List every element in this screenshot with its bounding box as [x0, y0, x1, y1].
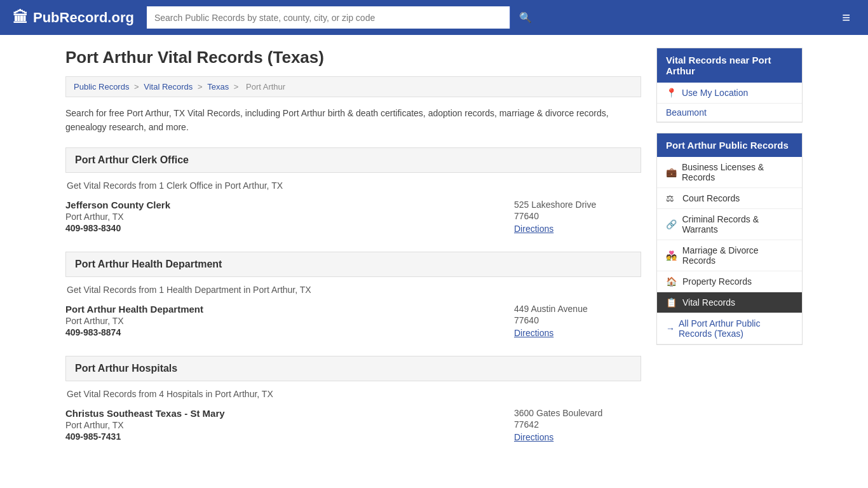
record-left: Jefferson County Clerk Port Arthur, TX 4… — [65, 200, 170, 234]
record-phone: 409-985-7431 — [65, 431, 225, 442]
page-container: Port Arthur Vital Records (Texas) Public… — [53, 35, 815, 473]
page-title: Port Arthur Vital Records (Texas) — [65, 48, 641, 67]
sidebar-item-marriage-divorce[interactable]: 💑 Marriage & Divorce Records — [657, 240, 802, 271]
record-address: 449 Austin Avenue — [514, 304, 641, 314]
record-left: Christus Southeast Texas - St Mary Port … — [65, 408, 225, 442]
breadcrumb-texas[interactable]: Texas — [207, 82, 229, 92]
criminal-icon: 🔗 — [666, 219, 677, 229]
sidebar-item-criminal-records[interactable]: 🔗 Criminal Records & Warrants — [657, 209, 802, 240]
sidebar-item-label: Marriage & Divorce Records — [682, 245, 793, 266]
intro-text: Search for free Port Arthur, TX Vital Re… — [65, 106, 641, 135]
table-row: Port Arthur Health Department Port Arthu… — [65, 304, 641, 343]
arrow-icon: → — [666, 323, 675, 334]
health-department-description: Get Vital Records from 1 Health Departme… — [65, 285, 641, 295]
record-name: Port Arthur Health Department — [65, 304, 203, 315]
clerk-office-header: Port Arthur Clerk Office — [65, 147, 641, 173]
sidebar-nearby-title: Vital Records near Port Arthur — [657, 48, 802, 83]
use-my-location-label: Use My Location — [682, 88, 748, 98]
court-icon: ⚖ — [666, 193, 677, 203]
record-city: Port Arthur, TX — [65, 212, 170, 222]
breadcrumb-vital-records[interactable]: Vital Records — [144, 82, 193, 92]
sidebar-item-label: Criminal Records & Warrants — [682, 214, 793, 234]
record-right: 3600 Gates Boulevard 77642 Directions — [514, 408, 641, 442]
record-zip: 77640 — [514, 211, 641, 221]
sidebar-item-property-records[interactable]: 🏠 Property Records — [657, 271, 802, 292]
breadcrumb-sep-2: > — [198, 82, 205, 92]
record-left: Port Arthur Health Department Port Arthu… — [65, 304, 203, 338]
record-city: Port Arthur, TX — [65, 316, 203, 326]
table-row: Jefferson County Clerk Port Arthur, TX 4… — [65, 200, 641, 239]
location-icon: 📍 — [666, 88, 677, 98]
directions-link[interactable]: Directions — [514, 224, 553, 234]
search-button[interactable]: 🔍 — [510, 6, 541, 29]
hospitals-description: Get Vital Records from 4 Hospitals in Po… — [65, 389, 641, 399]
property-icon: 🏠 — [666, 276, 677, 287]
sidebar-use-my-location[interactable]: 📍 Use My Location — [657, 83, 802, 104]
search-bar: 🔍 — [147, 6, 541, 29]
search-input[interactable] — [147, 6, 510, 29]
business-icon: 💼 — [666, 167, 677, 177]
health-department-header: Port Arthur Health Department — [65, 252, 641, 277]
site-logo[interactable]: 🏛 PubRecord.org — [13, 9, 134, 27]
sidebar-item-label: Vital Records — [682, 297, 735, 308]
table-row: Christus Southeast Texas - St Mary Port … — [65, 408, 641, 447]
hospitals-header: Port Arthur Hospitals — [65, 356, 641, 381]
main-content: Port Arthur Vital Records (Texas) Public… — [65, 48, 641, 460]
all-records-label: All Port Arthur Public Records (Texas) — [679, 318, 793, 339]
marriage-icon: 💑 — [666, 250, 677, 261]
record-name: Christus Southeast Texas - St Mary — [65, 408, 225, 419]
record-zip: 77642 — [514, 419, 641, 430]
sidebar-public-records-section: Port Arthur Public Records 💼 Business Li… — [656, 133, 803, 345]
sidebar-item-label: Court Records — [682, 193, 740, 203]
breadcrumb: Public Records > Vital Records > Texas >… — [65, 76, 641, 97]
site-header: 🏛 PubRecord.org 🔍 ≡ — [0, 0, 868, 35]
record-zip: 77640 — [514, 315, 641, 325]
sidebar-item-label: Business Licenses & Records — [682, 162, 793, 182]
sidebar: Vital Records near Port Arthur 📍 Use My … — [656, 48, 803, 460]
sidebar-nearby-beaumont[interactable]: Beaumont — [657, 104, 802, 122]
directions-link[interactable]: Directions — [514, 432, 553, 442]
sidebar-item-vital-records[interactable]: 📋 Vital Records — [657, 292, 802, 313]
record-phone: 409-983-8340 — [65, 223, 170, 233]
hospitals-section: Port Arthur Hospitals Get Vital Records … — [65, 356, 641, 447]
clerk-office-section: Port Arthur Clerk Office Get Vital Recor… — [65, 147, 641, 239]
sidebar-item-label: Property Records — [682, 276, 752, 287]
sidebar-nearby-section: Vital Records near Port Arthur 📍 Use My … — [656, 48, 803, 123]
sidebar-all-records[interactable]: → All Port Arthur Public Records (Texas) — [657, 313, 802, 344]
breadcrumb-sep-3: > — [234, 82, 241, 92]
breadcrumb-port-arthur: Port Arthur — [246, 82, 285, 92]
record-address: 3600 Gates Boulevard — [514, 408, 641, 418]
menu-button[interactable]: ≡ — [837, 7, 855, 29]
breadcrumb-sep-1: > — [134, 82, 141, 92]
directions-link[interactable]: Directions — [514, 328, 553, 338]
sidebar-item-court-records[interactable]: ⚖ Court Records — [657, 188, 802, 209]
sidebar-item-business-licenses[interactable]: 💼 Business Licenses & Records — [657, 157, 802, 188]
record-phone: 409-983-8874 — [65, 327, 203, 337]
record-address: 525 Lakeshore Drive — [514, 200, 641, 210]
record-city: Port Arthur, TX — [65, 420, 225, 430]
record-right: 449 Austin Avenue 77640 Directions — [514, 304, 641, 338]
sidebar-public-title: Port Arthur Public Records — [657, 133, 802, 157]
logo-icon: 🏛 — [13, 9, 28, 27]
clerk-office-description: Get Vital Records from 1 Clerk Office in… — [65, 180, 641, 191]
health-department-section: Port Arthur Health Department Get Vital … — [65, 252, 641, 343]
record-right: 525 Lakeshore Drive 77640 Directions — [514, 200, 641, 234]
vital-icon: 📋 — [666, 297, 677, 308]
record-name: Jefferson County Clerk — [65, 200, 170, 210]
logo-text: PubRecord.org — [33, 10, 134, 26]
breadcrumb-public-records[interactable]: Public Records — [74, 82, 129, 92]
